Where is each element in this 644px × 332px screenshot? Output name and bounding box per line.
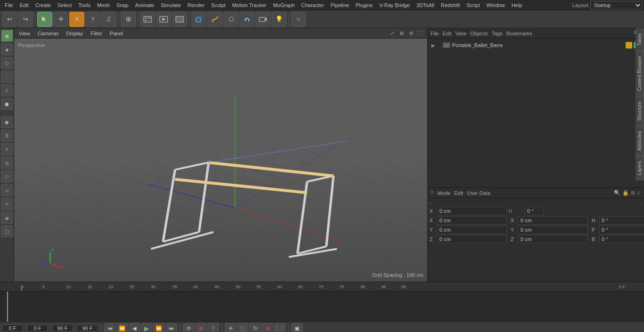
vp-menu-display[interactable]: Display — [64, 30, 85, 37]
menu-select[interactable]: Select — [55, 1, 75, 9]
record-button[interactable]: ⏺ — [262, 323, 273, 332]
help-button[interactable]: ? — [207, 323, 219, 332]
frame-end-input[interactable] — [77, 324, 98, 332]
rotate-play[interactable]: ↻ — [249, 323, 261, 332]
b-input[interactable] — [599, 235, 644, 243]
redo-button[interactable]: ↪ — [18, 12, 33, 27]
p-input[interactable] — [599, 226, 644, 234]
material-tool[interactable]: ○ — [291, 12, 306, 27]
side-tab-layers[interactable]: Layers — [636, 156, 644, 180]
camera-tool[interactable] — [256, 12, 271, 27]
coord-h-input[interactable] — [525, 207, 544, 215]
render-active[interactable] — [156, 12, 171, 27]
z-input[interactable] — [437, 235, 507, 243]
rotate-z[interactable]: Z — [101, 12, 116, 27]
menu-edit[interactable]: Edit — [17, 1, 32, 9]
menu-tools[interactable]: Tools — [75, 1, 93, 9]
grab-tool[interactable]: ⟡ — [1, 143, 13, 155]
step-back-button[interactable]: ⏪ — [116, 323, 128, 332]
goto-end-button[interactable]: ⏭ — [165, 323, 177, 332]
x-input[interactable] — [437, 216, 507, 225]
h-input[interactable] — [599, 216, 644, 225]
menu-3dtoall[interactable]: 3DToAll — [413, 1, 437, 9]
menu-mograph[interactable]: MoGraph — [270, 1, 297, 9]
vp-menu-filter[interactable]: Filter — [89, 30, 104, 37]
play-back-button[interactable]: ◀ — [129, 323, 140, 332]
menu-redshift[interactable]: Redshift — [438, 1, 462, 9]
menu-window[interactable]: Window — [484, 1, 508, 9]
menu-create[interactable]: Create — [33, 1, 54, 9]
y-input[interactable] — [437, 226, 507, 234]
menu-mesh[interactable]: Mesh — [94, 1, 113, 9]
y2-input[interactable] — [518, 226, 588, 234]
side-tab-content-browser[interactable]: Content Browser — [636, 51, 644, 96]
menu-render[interactable]: Render — [185, 1, 207, 9]
motion-tool[interactable]: ✛ — [225, 323, 236, 332]
obj-menu-file[interactable]: File — [430, 31, 439, 36]
cube-tool[interactable] — [191, 12, 206, 27]
smooth-tool[interactable]: ⊙ — [1, 157, 13, 169]
menu-pipeline[interactable]: Pipeline — [328, 1, 352, 9]
menu-animate[interactable]: Animate — [132, 1, 157, 9]
side-tab-takes[interactable]: Takes — [636, 28, 644, 51]
attr-menu-edit[interactable]: Edit — [454, 190, 463, 196]
select-tool[interactable] — [37, 12, 52, 27]
menu-sculpt[interactable]: Sculpt — [208, 1, 229, 9]
rotate-x[interactable]: X — [69, 12, 84, 27]
sculpt-mode[interactable]: ◉ — [1, 116, 13, 128]
attr-menu-mode[interactable]: Mode — [438, 190, 451, 196]
menu-file[interactable]: File — [2, 1, 16, 9]
relax-tool[interactable]: ∿ — [1, 198, 13, 210]
scale-tool[interactable]: ⊞ — [121, 12, 136, 27]
render-all[interactable] — [172, 12, 187, 27]
loop-button[interactable]: ⟳ — [183, 323, 194, 332]
spline-tool[interactable] — [207, 12, 223, 27]
timeline-ruler[interactable]: 0 5 10 15 20 25 30 35 40 45 50 55 60 65 … — [0, 282, 644, 292]
subdivision-tool[interactable]: ⬡ — [223, 12, 239, 27]
menu-simulate[interactable]: Simulate — [158, 1, 184, 9]
paint-mode[interactable]: ⬡ — [1, 57, 13, 69]
menu-motion-tracker[interactable]: Motion Tracker — [229, 1, 269, 9]
attr-search-icon[interactable]: 🔍 — [614, 190, 620, 196]
vp-settings-icon[interactable]: ⚙ — [407, 30, 415, 37]
key-dots[interactable]: ⋮⋮ — [274, 323, 285, 332]
brush-tool[interactable]: S — [1, 130, 13, 142]
side-tab-structure[interactable]: Structure — [636, 97, 644, 126]
texture-mode[interactable]: ◈ — [1, 43, 13, 56]
z2-input[interactable] — [518, 235, 588, 243]
undo-button[interactable]: ↩ — [2, 12, 17, 27]
frame-preview-end[interactable] — [52, 324, 73, 332]
menu-character[interactable]: Character — [298, 1, 327, 9]
obj-menu-tags[interactable]: Tags — [492, 31, 503, 36]
coord-x1-input[interactable] — [437, 207, 507, 215]
vp-expand-icon[interactable]: ⤢ — [388, 30, 396, 37]
light-tool[interactable]: 💡 — [272, 12, 287, 27]
obj-menu-bookmarks[interactable]: Bookmarks — [506, 31, 532, 36]
menu-vray[interactable]: V-Ray Bridge — [377, 1, 413, 9]
stop-button[interactable]: ⏹ — [195, 323, 206, 332]
layout-select[interactable]: Startup — [590, 1, 642, 9]
model-mode[interactable]: ▣ — [1, 30, 13, 42]
attr-lock-icon[interactable]: 🔒 — [622, 190, 629, 196]
menu-snap[interactable]: Snap — [114, 1, 132, 9]
deformer-tool[interactable] — [239, 12, 255, 27]
move-tool[interactable]: ✛ — [53, 12, 68, 27]
inflate-tool[interactable]: ⬭ — [1, 170, 13, 183]
menu-help[interactable]: Help — [509, 1, 525, 9]
flatten-tool[interactable]: ▱ — [1, 184, 13, 196]
timeline-track[interactable] — [0, 292, 644, 322]
frame-start-input[interactable] — [2, 324, 23, 332]
obj-menu-edit[interactable]: Edit — [443, 31, 452, 36]
edge-mode[interactable]: ⌇ — [1, 84, 13, 97]
render-play[interactable]: ▣ — [291, 323, 303, 332]
selection-tool2[interactable]: ▢ — [1, 225, 13, 237]
obj-color-dot[interactable] — [626, 42, 632, 49]
polygon-mode[interactable]: ⬢ — [1, 98, 13, 110]
attr-expand-icon[interactable]: ⤢ — [637, 190, 641, 196]
point-mode[interactable]: · — [1, 71, 13, 83]
x2-input[interactable] — [518, 216, 588, 225]
object-row[interactable]: ▶ L0 Portable_Ballet_Barre — [429, 40, 642, 50]
vp-menu-panel[interactable]: Panel — [108, 30, 125, 37]
viewport-canvas[interactable]: Perspective — [14, 39, 427, 282]
obj-menu-view[interactable]: View — [455, 31, 467, 36]
